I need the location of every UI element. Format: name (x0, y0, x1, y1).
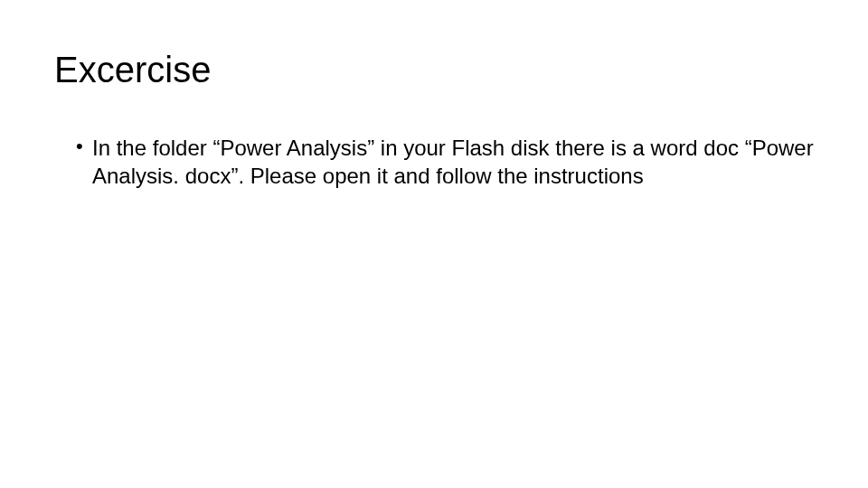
slide: Excercise In the folder “Power Analysis”… (0, 0, 868, 488)
slide-title: Excercise (54, 50, 814, 90)
bullet-item: In the folder “Power Analysis” in your F… (76, 134, 814, 190)
bullet-list: In the folder “Power Analysis” in your F… (54, 134, 814, 190)
